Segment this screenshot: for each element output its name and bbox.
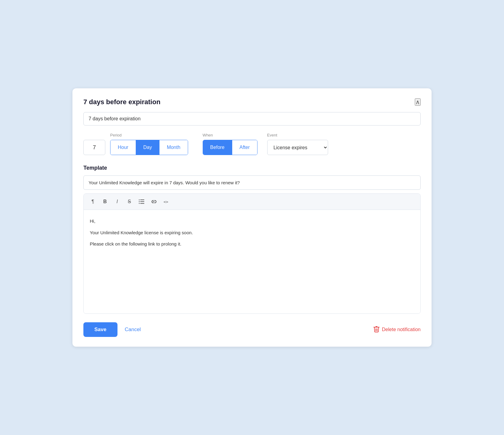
when-before-button[interactable]: Before	[203, 140, 232, 155]
trash-icon	[373, 326, 380, 334]
editor-line-1: Hi,	[90, 217, 414, 225]
svg-rect-0	[140, 200, 144, 200]
card-title: 7 days before expiration	[83, 98, 160, 106]
delete-label: Delete notification	[382, 327, 421, 332]
editor-toolbar: ¶ B I S	[84, 194, 420, 210]
editor-line-2: Your Unlimited Knowledge license is expi…	[90, 229, 414, 237]
toolbar-strikethrough-button[interactable]: S	[124, 196, 135, 207]
period-hour-button[interactable]: Hour	[110, 140, 136, 155]
when-label: When	[203, 133, 257, 137]
svg-point-5	[139, 203, 140, 204]
cancel-button[interactable]: Cancel	[122, 322, 143, 337]
settings-row: Period Hour Day Month When Before After …	[83, 133, 421, 155]
template-editor: ¶ B I S	[83, 193, 421, 314]
footer-left: Save Cancel	[83, 322, 143, 337]
toolbar-italic-button[interactable]: I	[112, 196, 123, 207]
svg-rect-1	[140, 201, 144, 202]
toolbar-list-button[interactable]	[136, 196, 147, 207]
event-label: Event	[267, 133, 328, 137]
period-month-button[interactable]: Month	[159, 140, 187, 155]
toolbar-bold-button[interactable]: B	[100, 196, 110, 207]
period-field-group: Period Hour Day Month	[110, 133, 188, 155]
notification-name-input[interactable]	[83, 112, 421, 126]
notification-card: 7 days before expiration ∧ Period Hour D…	[72, 88, 432, 347]
event-field-group: Event License expires	[267, 133, 328, 155]
when-after-button[interactable]: After	[232, 140, 257, 155]
editor-line-3: Please click on the following link to pr…	[90, 240, 414, 248]
svg-point-3	[139, 200, 140, 200]
svg-point-4	[139, 201, 140, 202]
period-segmented-control: Hour Day Month	[110, 140, 188, 155]
toolbar-link-button[interactable]	[148, 196, 159, 207]
period-label: Period	[110, 133, 188, 137]
toolbar-code-button[interactable]: <>	[160, 196, 171, 207]
card-footer: Save Cancel Delete notification	[83, 322, 421, 337]
event-select[interactable]: License expires	[267, 140, 328, 155]
number-field-group	[83, 140, 105, 155]
delete-notification-button[interactable]: Delete notification	[373, 323, 421, 336]
save-button[interactable]: Save	[83, 322, 117, 337]
when-field-group: When Before After	[203, 133, 257, 155]
collapse-button[interactable]: ∧	[415, 98, 421, 106]
period-number-input[interactable]	[83, 140, 105, 155]
card-header: 7 days before expiration ∧	[83, 98, 421, 106]
period-day-button[interactable]: Day	[136, 140, 159, 155]
svg-rect-2	[140, 203, 144, 204]
toolbar-paragraph-button[interactable]: ¶	[87, 196, 98, 207]
template-subject-input[interactable]	[83, 175, 421, 190]
template-section: Template ¶ B I S	[83, 165, 421, 314]
template-section-title: Template	[83, 165, 421, 171]
when-segmented-control: Before After	[203, 140, 257, 155]
editor-body[interactable]: Hi, Your Unlimited Knowledge license is …	[84, 210, 420, 313]
